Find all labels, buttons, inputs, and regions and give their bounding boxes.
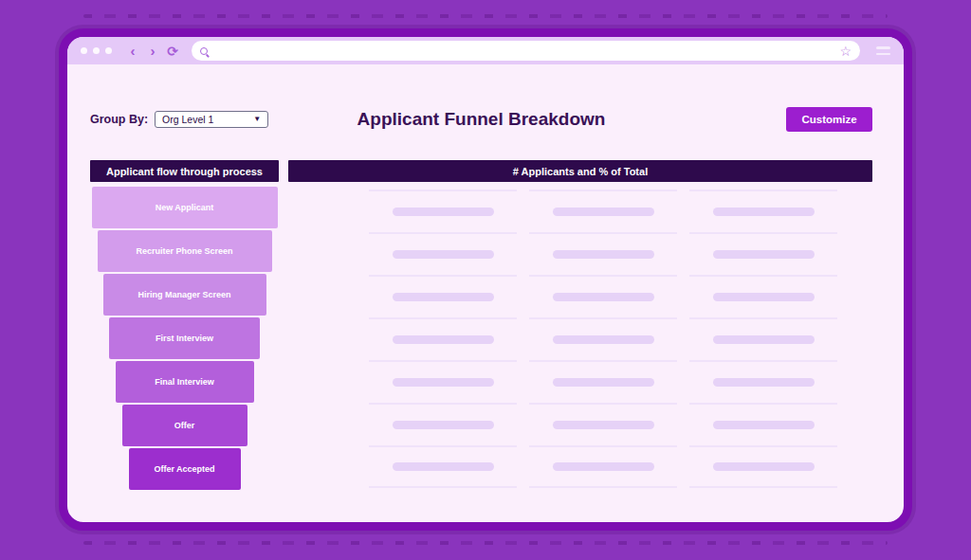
dimmed-background-text (83, 541, 888, 545)
funnel-stage[interactable]: Final Interview (116, 361, 254, 403)
star-icon[interactable]: ☆ (839, 45, 852, 58)
address-bar[interactable]: ☆ (192, 41, 860, 61)
window-control-dot[interactable] (105, 47, 112, 54)
skeleton-row (689, 360, 837, 403)
skeleton-pill (713, 335, 815, 344)
skeleton-row (689, 190, 837, 232)
skeleton-pill (393, 208, 494, 216)
window-control-dot[interactable] (93, 47, 100, 54)
skeleton-column (529, 190, 677, 488)
skeleton-pill (393, 250, 494, 259)
page-content: Group By: Org Level 1 ▼ Applicant Funnel… (67, 106, 904, 492)
funnel-stages: New ApplicantRecruiter Phone ScreenHirin… (90, 182, 279, 492)
browser-chrome: ‹ › ⟳ ☆ (67, 37, 904, 64)
funnel-stage[interactable]: Hiring Manager Screen (103, 274, 266, 316)
skeleton-pill (713, 208, 815, 216)
chevron-down-icon: ▼ (253, 115, 261, 123)
skeleton-pill (713, 293, 815, 301)
group-by-label: Group By: (90, 113, 148, 126)
search-input[interactable] (213, 45, 839, 57)
skeleton-pill (553, 462, 654, 471)
skeleton-row (369, 232, 517, 275)
skeleton-pill (393, 462, 494, 471)
group-by-select[interactable]: Org Level 1 ▼ (155, 111, 268, 128)
skeleton-row (529, 445, 677, 488)
skeleton-row (529, 275, 677, 317)
funnel-column-header: Applicant flow through process (90, 160, 279, 182)
funnel-stage[interactable]: Recruiter Phone Screen (98, 230, 272, 272)
skeleton-row (369, 445, 517, 488)
skeleton-pill (393, 378, 494, 387)
skeleton-row (529, 232, 677, 275)
skeleton-pill (553, 421, 654, 429)
skeleton-pill (553, 335, 654, 344)
group-by-control: Group By: Org Level 1 ▼ (90, 111, 268, 128)
refresh-icon[interactable]: ⟳ (166, 45, 179, 58)
funnel-stage[interactable]: Offer Accepted (129, 448, 241, 490)
skeleton-pill (713, 378, 815, 387)
skeleton-pill (393, 421, 494, 429)
funnel-stage[interactable]: First Interview (109, 317, 260, 359)
table-headers: Applicant flow through process # Applica… (90, 160, 872, 182)
menu-icon[interactable] (876, 46, 890, 55)
skeleton-row (529, 190, 677, 232)
skeleton-row (369, 190, 517, 232)
skeleton-row (689, 445, 837, 488)
toolbar: Group By: Org Level 1 ▼ Applicant Funnel… (90, 106, 872, 132)
skeleton-pill (713, 462, 815, 471)
results-column-header: # Applicants and % of Total (288, 160, 872, 182)
skeleton-pill (553, 293, 654, 301)
skeleton-pill (713, 250, 815, 259)
table-body: New ApplicantRecruiter Phone ScreenHirin… (90, 182, 872, 492)
skeleton-pill (393, 335, 494, 344)
skeleton-pill (553, 250, 654, 259)
skeleton-column (689, 190, 837, 488)
skeleton-row (529, 403, 677, 445)
search-icon (200, 47, 208, 55)
skeleton-row (529, 360, 677, 403)
dimmed-background-text (83, 14, 888, 18)
page-title: Applicant Funnel Breakdown (357, 109, 606, 130)
back-icon[interactable]: ‹ (126, 44, 139, 58)
skeleton-row (369, 360, 517, 403)
browser-window: ‹ › ⟳ ☆ Group By: Org Level 1 ▼ Applican… (59, 28, 912, 531)
skeleton-pill (393, 293, 494, 301)
skeleton-row (529, 317, 677, 360)
window-controls (81, 47, 112, 54)
skeleton-row (689, 275, 837, 317)
skeleton-column (369, 190, 517, 488)
skeleton-row (689, 403, 837, 445)
skeleton-row (369, 317, 517, 360)
skeleton-grid (369, 190, 837, 488)
skeleton-row (689, 232, 837, 275)
customize-button[interactable]: Customize (786, 107, 872, 132)
window-control-dot[interactable] (81, 47, 87, 54)
skeleton-row (369, 275, 517, 317)
funnel-stage[interactable]: New Applicant (92, 187, 278, 228)
results-area (288, 182, 872, 492)
skeleton-pill (713, 421, 815, 429)
skeleton-row (369, 403, 517, 445)
skeleton-pill (553, 208, 654, 216)
skeleton-pill (553, 378, 654, 387)
forward-icon[interactable]: › (146, 44, 159, 58)
funnel-stage[interactable]: Offer (122, 405, 247, 446)
group-by-selected-value: Org Level 1 (162, 114, 213, 125)
skeleton-row (689, 317, 837, 360)
